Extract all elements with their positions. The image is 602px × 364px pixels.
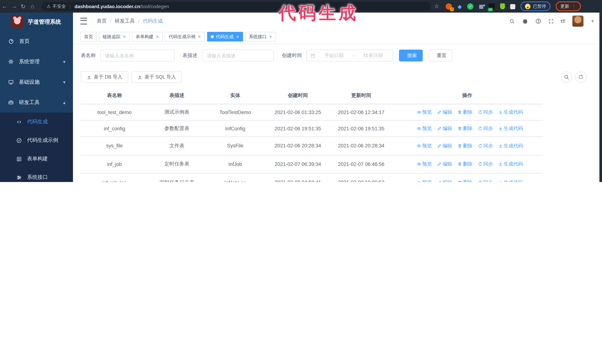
upload-icon bbox=[138, 75, 142, 79]
address-divider: | bbox=[70, 3, 71, 9]
action-edit-link[interactable]: 编辑 bbox=[437, 161, 452, 167]
api-icon bbox=[16, 175, 22, 180]
sidebar-item-1[interactable]: 系统管理▼ bbox=[0, 52, 73, 72]
form-icon bbox=[16, 156, 22, 162]
browser-reload-icon[interactable]: ↻ bbox=[19, 3, 28, 10]
profile-paused-chip[interactable]: 已暂停 bbox=[521, 1, 551, 11]
action-preview-link[interactable]: 预览 bbox=[417, 109, 432, 115]
action-generate-link[interactable]: 生成代码 bbox=[498, 109, 523, 115]
sidebar-subitem-1[interactable]: 代码生成示例 bbox=[0, 131, 73, 150]
search-button[interactable]: 搜索 bbox=[399, 50, 423, 62]
action-delete-link[interactable]: 删除 bbox=[457, 179, 473, 182]
import-sql-button[interactable]: 基于 SQL 导入 bbox=[132, 71, 182, 83]
user-menu-caret-icon[interactable]: ▼ bbox=[591, 19, 595, 23]
sidebar-item-2[interactable]: 基础设施▼ bbox=[0, 72, 73, 92]
close-icon[interactable]: ✕ bbox=[269, 34, 272, 39]
eye-icon bbox=[417, 144, 421, 148]
fullscreen-icon[interactable] bbox=[548, 18, 554, 24]
action-delete-link[interactable]: 删除 bbox=[457, 161, 473, 167]
sync-icon bbox=[478, 162, 482, 166]
sidebar-subitem-0[interactable]: 代码生成 bbox=[0, 113, 73, 131]
app-window: 芋道管理系统 首页系统管理▼基础设施▼研发工具▲ 代码生成代码生成示例表单构建系… bbox=[0, 13, 602, 182]
cell-updated: 2021-02-07 06:46:56 bbox=[331, 155, 392, 173]
action-sync-link[interactable]: 同步 bbox=[478, 179, 493, 182]
import-db-button[interactable]: 基于 DB 导入 bbox=[81, 71, 128, 83]
help-icon[interactable] bbox=[535, 18, 541, 24]
search-icon[interactable] bbox=[509, 18, 515, 24]
cell-created: 2021-02-06 01:33:25 bbox=[265, 104, 331, 120]
extension-icon-grid[interactable]: ▦◆ bbox=[478, 3, 484, 10]
sidebar-item-3[interactable]: 研发工具▲ bbox=[0, 92, 73, 113]
table-name-input[interactable] bbox=[100, 50, 174, 62]
action-generate-link[interactable]: 生成代码 bbox=[498, 179, 523, 182]
sidebar-item-home[interactable]: 首页 bbox=[0, 31, 73, 52]
sync-icon bbox=[478, 126, 482, 131]
extensions-puzzle-icon[interactable] bbox=[510, 4, 516, 9]
close-icon[interactable]: ✕ bbox=[198, 34, 201, 39]
action-sync-link[interactable]: 同步 bbox=[478, 109, 493, 115]
refresh-table-button[interactable] bbox=[575, 72, 586, 83]
close-icon[interactable]: ✕ bbox=[156, 34, 159, 39]
action-sync-link[interactable]: 同步 bbox=[478, 161, 493, 167]
browser-menu-icon[interactable]: ⋮ bbox=[571, 3, 577, 9]
tab-0[interactable]: 首页 bbox=[80, 32, 97, 42]
tab-5[interactable]: 系统接口✕ bbox=[245, 32, 276, 42]
browser-forward-icon[interactable]: → bbox=[9, 3, 19, 10]
cell-created: 2021-02-06 20:28:34 bbox=[265, 137, 331, 155]
action-generate-link[interactable]: 生成代码 bbox=[498, 143, 523, 149]
tab-3[interactable]: 代码生成示例✕ bbox=[165, 32, 205, 42]
action-generate-link[interactable]: 生成代码 bbox=[498, 125, 523, 132]
table-row: tool_test_demo测试示例表ToolTestDemo2021-02-0… bbox=[81, 104, 543, 120]
extension-icon-dark[interactable]: on bbox=[489, 3, 495, 10]
extension-icon-lime[interactable] bbox=[500, 3, 505, 9]
breadcrumb-home[interactable]: 首页 bbox=[97, 18, 107, 24]
close-icon[interactable]: ✕ bbox=[123, 34, 126, 39]
user-avatar[interactable] bbox=[572, 16, 583, 27]
tab-4[interactable]: 代码生成✕ bbox=[207, 32, 243, 42]
action-sync-link[interactable]: 同步 bbox=[478, 143, 493, 149]
create-time-range-picker[interactable]: 开始日期 - 结束日期 bbox=[306, 50, 393, 62]
show-search-toggle-button[interactable] bbox=[561, 72, 572, 83]
delete-icon bbox=[457, 144, 462, 148]
table-desc-input[interactable] bbox=[202, 50, 274, 62]
browser-update-button[interactable]: 更新 ⋮ bbox=[556, 1, 581, 11]
app-logo-area[interactable]: 芋道管理系统 bbox=[0, 13, 73, 31]
tab-2[interactable]: 表单构建✕ bbox=[132, 32, 163, 42]
action-sync-link[interactable]: 同步 bbox=[478, 125, 493, 132]
action-generate-link[interactable]: 生成代码 bbox=[498, 161, 523, 167]
browser-home-icon[interactable]: ⌂ bbox=[28, 3, 37, 10]
chevron-up-icon: ▲ bbox=[62, 100, 66, 104]
generate-icon bbox=[498, 162, 503, 166]
sidebar-collapse-icon[interactable] bbox=[80, 18, 87, 24]
delete-icon bbox=[457, 126, 462, 131]
action-preview-link[interactable]: 预览 bbox=[417, 143, 432, 149]
action-edit-link[interactable]: 编辑 bbox=[437, 143, 452, 149]
not-secure-warning[interactable]: ⚠ 不安全 bbox=[47, 3, 66, 10]
extension-icon-orange[interactable]: 1 bbox=[446, 3, 452, 10]
github-icon[interactable] bbox=[522, 18, 528, 24]
action-delete-link[interactable]: 删除 bbox=[457, 109, 473, 115]
reset-button[interactable]: 重置 bbox=[429, 50, 452, 62]
action-edit-link[interactable]: 编辑 bbox=[437, 179, 452, 182]
action-edit-link[interactable]: 编辑 bbox=[437, 109, 452, 115]
font-size-icon[interactable]: tT bbox=[561, 18, 566, 24]
browser-back-icon[interactable]: ← bbox=[0, 3, 9, 10]
address-bar[interactable]: ⚠ 不安全 | dashboard.yudao.iocoder.cn /tool… bbox=[42, 2, 430, 11]
action-delete-link[interactable]: 删除 bbox=[457, 125, 473, 132]
action-preview-link[interactable]: 预览 bbox=[417, 125, 432, 132]
breadcrumb-tools[interactable]: 研发工具 bbox=[115, 18, 135, 24]
action-preview-link[interactable]: 预览 bbox=[417, 161, 432, 167]
sidebar-subitem-3[interactable]: 系统接口 bbox=[0, 168, 73, 182]
sidebar-subitem-2[interactable]: 表单构建 bbox=[0, 150, 73, 168]
extension-icon-gem[interactable]: ◆ bbox=[457, 3, 463, 10]
sync-icon bbox=[478, 110, 482, 114]
scrollbar[interactable] bbox=[599, 13, 602, 182]
bookmark-star-icon[interactable]: ☆ bbox=[434, 3, 439, 10]
extension-icon-check[interactable]: ✓ bbox=[467, 3, 474, 10]
action-delete-link[interactable]: 删除 bbox=[457, 143, 473, 149]
action-edit-link[interactable]: 编辑 bbox=[437, 125, 452, 132]
action-preview-link[interactable]: 预览 bbox=[417, 179, 432, 182]
close-icon[interactable]: ✕ bbox=[236, 34, 239, 39]
search-form: 表名称 表描述 创建时间 开始日期 - 结束日期 搜索 bbox=[81, 50, 602, 62]
tab-1[interactable]: 链路追踪✕ bbox=[99, 32, 130, 42]
